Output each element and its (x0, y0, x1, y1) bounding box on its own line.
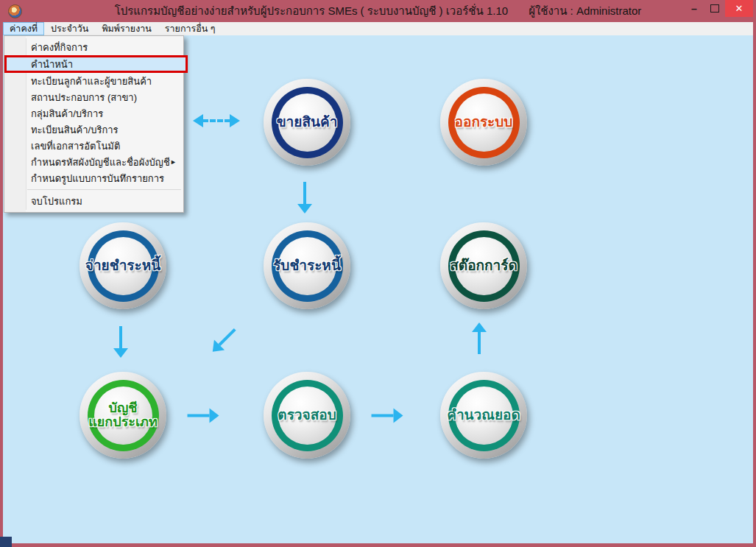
button-label: สต๊อกการ์ด (450, 258, 517, 274)
main-content: ค่าคงที่กิจการ คำนำหน้า ทะเบียนลูกค้าและ… (3, 35, 753, 543)
menu-bar: ค่าคงที่ ประจำวัน พิมพ์รายงาน รายการอื่น… (3, 22, 753, 35)
dropdown-item-auto-doc-number[interactable]: เลขที่เอกสารอัตโนมัติ (4, 138, 183, 154)
app-window: โปรแกรมบัญชีอย่างง่ายสำหรับผู้ประกอบการ … (0, 0, 756, 547)
button-ring: ขายสินค้า (272, 87, 343, 158)
dropdown-item-customer-vendor-register[interactable]: ทะเบียนลูกค้าและผู้ขายสินค้า (4, 73, 183, 89)
window-controls: – ✕ (684, 0, 753, 17)
arrow-down-left-icon (208, 324, 241, 357)
button-face: จ่ายชำระหนี้ (94, 237, 152, 295)
dropdown-item-product-register[interactable]: ทะเบียนสินค้า/บริการ (4, 121, 183, 138)
dropdown-item-label: กำหนดรหัสผังบัญชีและชื่อผังบัญชี (31, 155, 170, 170)
button-label: รับชำระหนี้ (273, 258, 341, 274)
button-face: สต๊อกการ์ด (455, 237, 513, 295)
button-label: ตรวจสอบ (278, 408, 336, 423)
button-label: คำนวณยอด (447, 408, 520, 423)
stock-card-button[interactable]: สต๊อกการ์ด (440, 222, 527, 309)
button-face: รับชำระหนี้ (278, 237, 336, 295)
button-face: บัญชี แยกประเภท (94, 387, 152, 445)
pay-debt-button[interactable]: จ่ายชำระหนี้ (80, 222, 166, 309)
maximize-icon (710, 4, 719, 13)
close-button[interactable]: ✕ (725, 0, 753, 17)
close-icon: ✕ (735, 3, 743, 14)
button-label: จ่ายชำระหนี้ (85, 258, 160, 274)
button-ring: บัญชี แยกประเภท (88, 380, 159, 451)
button-face: ตรวจสอบ (278, 387, 336, 445)
button-face: ขายสินค้า (278, 93, 336, 152)
receive-debt-button[interactable]: รับชำระหนี้ (264, 222, 350, 309)
submenu-arrow-icon: ► (170, 158, 177, 166)
menu-item-other[interactable]: รายการอื่น ๆ (158, 22, 222, 35)
dropdown-item-chart-of-accounts[interactable]: กำหนดรหัสผังบัญชีและชื่อผังบัญชี ► (4, 154, 183, 170)
button-label-line1: บัญชี (109, 401, 138, 415)
dropdown-item-entry-format[interactable]: กำหนดรูปแบบการบันทึกรายการ (4, 170, 183, 186)
button-face: คำนวณยอด (455, 387, 513, 445)
button-ring: รับชำระหนี้ (272, 230, 343, 302)
button-label: ขายสินค้า (277, 115, 338, 130)
button-label-line2: แยกประเภท (88, 415, 158, 429)
arrow-up-icon (472, 322, 487, 354)
maximize-button[interactable] (704, 0, 725, 17)
constants-dropdown-menu: ค่าคงที่กิจการ คำนำหน้า ทะเบียนลูกค้าและ… (4, 35, 184, 213)
arrow-right-icon (372, 409, 403, 423)
button-ring: จ่ายชำระหนี้ (88, 230, 159, 302)
dropdown-item-exit-program[interactable]: จบโปรแกรม (4, 193, 183, 209)
calculate-total-button[interactable]: คำนวณยอด (440, 372, 527, 459)
button-ring: ตรวจสอบ (272, 380, 343, 451)
arrow-down-icon (297, 182, 312, 213)
dropdown-separator (27, 189, 181, 190)
logout-button[interactable]: ออกระบบ (440, 79, 527, 166)
minimize-icon: – (691, 3, 697, 15)
arrow-down-icon (113, 326, 128, 358)
button-ring: ออกระบบ (448, 87, 520, 158)
menu-item-daily[interactable]: ประจำวัน (44, 22, 95, 35)
title-user: ผู้ใช้งาน : Administrator (529, 2, 641, 20)
dropdown-item-name-prefix[interactable]: คำนำหน้า (4, 55, 188, 73)
general-ledger-button[interactable]: บัญชี แยกประเภท (80, 372, 166, 459)
window-resize-corner (0, 537, 12, 547)
dropdown-item-product-group[interactable]: กลุ่มสินค้า/บริการ (4, 105, 183, 121)
menu-item-constants[interactable]: ค่าคงที่ (3, 22, 44, 35)
verify-button[interactable]: ตรวจสอบ (264, 372, 350, 459)
button-label: ออกระบบ (455, 115, 513, 130)
dashed-double-arrow-icon (193, 114, 240, 127)
button-ring: คำนวณยอด (448, 380, 520, 451)
button-ring: สต๊อกการ์ด (448, 230, 520, 302)
dropdown-item-branch[interactable]: สถานประกอบการ (สาขา) (4, 89, 183, 105)
button-face: ออกระบบ (455, 93, 513, 152)
title-bar: โปรแกรมบัญชีอย่างง่ายสำหรับผู้ประกอบการ … (0, 0, 756, 22)
dropdown-item-business-constants[interactable]: ค่าคงที่กิจการ (4, 39, 183, 55)
title-main: โปรแกรมบัญชีอย่างง่ายสำหรับผู้ประกอบการ … (115, 2, 508, 20)
menu-item-print-reports[interactable]: พิมพ์รายงาน (95, 22, 158, 35)
page-title: โปรแกรมบัญชีอย่างง่ายสำหรับผู้ประกอบการ … (0, 0, 756, 22)
minimize-button[interactable]: – (684, 0, 704, 17)
arrow-right-icon (188, 409, 219, 423)
sell-products-button[interactable]: ขายสินค้า (264, 79, 350, 166)
